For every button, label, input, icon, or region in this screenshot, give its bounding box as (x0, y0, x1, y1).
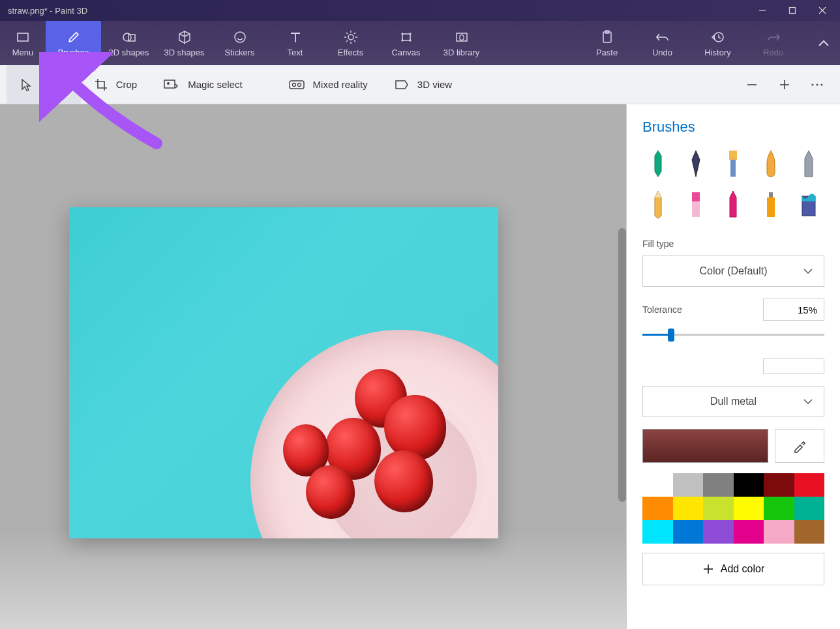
magic-select-label: Magic select (188, 79, 242, 90)
3d-library-icon (455, 29, 469, 46)
eyedropper-button[interactable] (775, 429, 824, 463)
brush-watercolor[interactable] (755, 149, 787, 180)
canvas-tab[interactable]: Canvas (378, 21, 434, 65)
3d-library-tab[interactable]: 3D library (434, 21, 489, 65)
palette-color[interactable] (764, 473, 794, 497)
stickers-label: Stickers (224, 48, 254, 57)
redo-tab: Redo (745, 21, 801, 65)
minimize-button[interactable] (747, 0, 777, 21)
crop-icon (94, 78, 108, 92)
palette-color[interactable] (794, 473, 825, 497)
palette-color[interactable] (703, 473, 734, 497)
palette-color[interactable] (673, 497, 704, 520)
3d-shapes-icon (177, 29, 192, 46)
fill-type-dropdown[interactable]: Color (Default) (642, 256, 824, 287)
brush-marker[interactable] (642, 149, 674, 180)
close-button[interactable] (807, 0, 837, 21)
palette-color[interactable] (673, 473, 704, 497)
canvas-viewport[interactable] (0, 104, 626, 629)
svg-line-13 (346, 33, 348, 34)
palette-color[interactable] (642, 497, 673, 520)
svg-rect-35 (692, 192, 700, 201)
svg-line-16 (346, 40, 348, 42)
palette-color[interactable] (642, 520, 673, 544)
collapse-toolbar-button[interactable] (807, 21, 840, 65)
palette-color[interactable] (794, 520, 825, 544)
svg-rect-37 (767, 197, 775, 217)
main-toolbar: Menu Brushes 2D shapes 3D shapes Sticker… (0, 21, 840, 65)
history-label: History (704, 48, 730, 57)
strawberry-graphic (374, 450, 433, 512)
window-controls (747, 0, 837, 21)
svg-line-14 (354, 40, 355, 42)
chevron-down-icon (803, 268, 813, 274)
palette-color[interactable] (703, 520, 734, 544)
palette-color[interactable] (642, 473, 673, 497)
redo-icon (766, 29, 781, 46)
undo-tab[interactable]: Undo (635, 21, 690, 65)
maximize-button[interactable] (777, 0, 807, 21)
brush-spray-can[interactable] (755, 189, 787, 220)
slider-thumb[interactable] (668, 329, 674, 342)
svg-rect-38 (769, 192, 773, 197)
svg-rect-1 (790, 8, 796, 14)
tolerance-input[interactable] (763, 299, 824, 321)
brush-grid (642, 149, 824, 220)
paste-tab[interactable]: Paste (579, 21, 635, 65)
palette-color[interactable] (764, 497, 794, 520)
zoom-in-button[interactable] (768, 65, 801, 104)
svg-line-15 (354, 33, 355, 34)
brush-calligraphy-pen[interactable] (680, 149, 712, 180)
2d-shapes-label: 2D shapes (108, 48, 149, 57)
more-button[interactable] (801, 65, 833, 104)
crop-tool[interactable]: Crop (81, 65, 151, 104)
add-color-button[interactable]: Add color (642, 553, 824, 585)
3d-view-tool[interactable]: 3D view (381, 65, 465, 104)
tolerance-slider[interactable] (642, 327, 824, 342)
history-tab[interactable]: History (690, 21, 745, 65)
plus-icon (702, 563, 714, 575)
3d-shapes-tab[interactable]: 3D shapes (157, 21, 212, 65)
canvas-image[interactable] (69, 207, 498, 538)
svg-rect-22 (164, 80, 175, 88)
brush-pixel-pen[interactable] (793, 149, 824, 180)
text-tab[interactable]: Text (267, 21, 323, 65)
secondary-input[interactable] (763, 358, 824, 374)
menu-label: Menu (12, 48, 34, 57)
mixed-reality-label: Mixed reality (313, 79, 368, 90)
2d-shapes-tab[interactable]: 2D shapes (101, 21, 157, 65)
svg-rect-17 (402, 34, 410, 40)
palette-color[interactable] (734, 473, 764, 497)
palette-color[interactable] (764, 520, 794, 544)
canvas-icon (399, 29, 413, 46)
history-icon (711, 29, 725, 46)
undo-icon (655, 29, 670, 46)
palette-color[interactable] (703, 497, 734, 520)
svg-point-31 (816, 83, 818, 85)
select-tool[interactable]: Select (7, 65, 81, 104)
fill-type-label: Fill type (642, 239, 824, 249)
canvas-scrollbar[interactable] (618, 228, 626, 502)
palette-color[interactable] (673, 520, 704, 544)
magic-select-tool[interactable]: Magic select (150, 65, 255, 104)
material-dropdown[interactable]: Dull metal (642, 386, 824, 417)
current-color-swatch[interactable] (642, 429, 768, 463)
effects-tab[interactable]: Effects (323, 21, 378, 65)
zoom-out-button[interactable] (736, 65, 768, 104)
mixed-reality-tool[interactable]: Mixed reality (275, 65, 381, 104)
brush-crayon[interactable] (718, 189, 749, 220)
menu-tab[interactable]: Menu (0, 21, 46, 65)
stickers-tab[interactable]: Stickers (212, 21, 267, 65)
brush-eraser[interactable] (680, 189, 712, 220)
palette-color[interactable] (794, 497, 825, 520)
brushes-tab[interactable]: Brushes (46, 21, 101, 65)
brushes-label: Brushes (58, 48, 89, 57)
add-color-label: Add color (721, 563, 765, 575)
brush-pencil[interactable] (642, 189, 674, 220)
svg-rect-34 (730, 160, 736, 177)
palette-color[interactable] (734, 497, 764, 520)
brush-fill[interactable] (793, 189, 824, 220)
palette-color[interactable] (734, 520, 764, 544)
brush-oil-brush[interactable] (718, 149, 749, 180)
brushes-icon (66, 29, 82, 46)
